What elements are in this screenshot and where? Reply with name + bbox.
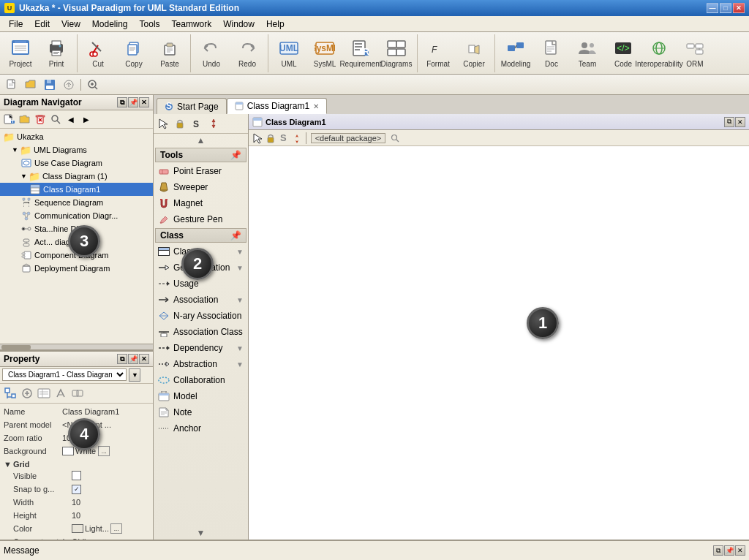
cut-button[interactable]: Cut — [80, 35, 116, 72]
menu-tools[interactable]: Tools — [134, 16, 166, 32]
tool-note[interactable]: Note — [154, 404, 248, 420]
tool-assoc-class[interactable]: Association Class — [154, 324, 248, 340]
uml-button[interactable]: UML UML — [271, 35, 306, 72]
tools-scroll-down[interactable]: ▼ — [154, 526, 248, 540]
menu-help[interactable]: Help — [260, 16, 290, 32]
modeling-button[interactable]: Modeling — [498, 35, 533, 72]
copy-button[interactable]: Copy — [116, 35, 151, 72]
snap-checkbox[interactable]: ✓ — [72, 485, 81, 494]
tools-section-header[interactable]: Tools 📌 — [155, 148, 246, 162]
orm-button[interactable]: ORM — [677, 35, 712, 72]
requirement-button[interactable]: R Requirement — [343, 35, 378, 72]
save-button[interactable] — [41, 76, 59, 94]
menu-teamwork[interactable]: Teamwork — [166, 16, 218, 32]
zoom-in-button[interactable] — [84, 76, 102, 94]
doc-button[interactable]: Doc — [534, 35, 569, 72]
print-button[interactable]: Print — [39, 35, 74, 72]
prop-btn-4[interactable] — [53, 385, 69, 401]
color-edit-btn[interactable]: ... — [110, 523, 122, 534]
tool-dependency[interactable]: Dependency ▼ — [154, 340, 248, 356]
breadcrumb-package[interactable]: <default package> — [311, 133, 386, 143]
tree-item-root[interactable]: 📁 Ukazka — [0, 130, 153, 143]
prop-btn-2[interactable] — [19, 385, 35, 401]
select-tool[interactable] — [155, 116, 171, 132]
nav-back[interactable]: ◀ — [64, 112, 78, 126]
diagram-nav-hscroll[interactable] — [0, 344, 153, 349]
tree-item-class-diagram1[interactable]: Class Diagram1 — [0, 183, 153, 196]
tab-class-diagram1[interactable]: Class Diagram1 ✕ — [227, 98, 327, 114]
tool-sweeper[interactable]: Sweeper — [154, 179, 248, 195]
tool-gesture-pen[interactable]: Gesture Pen — [154, 211, 248, 227]
menu-edit[interactable]: Edit — [29, 16, 56, 32]
message-close[interactable]: ✕ — [735, 545, 745, 556]
tools-section-pin[interactable]: 📌 — [230, 150, 241, 160]
property-pin[interactable]: 📌 — [128, 354, 138, 364]
nav-forward[interactable]: ▶ — [79, 112, 94, 126]
nav-open-diagram[interactable] — [18, 112, 32, 126]
nav-search[interactable] — [48, 112, 63, 126]
tree-item-class-folder[interactable]: ▼ 📁 Class Diagram (1) — [0, 170, 153, 183]
nav-delete-diagram[interactable] — [33, 112, 48, 126]
prop-btn-5[interactable] — [69, 385, 86, 401]
close-button[interactable]: ✕ — [733, 3, 745, 13]
tool-model[interactable]: Model — [154, 388, 248, 404]
copier-button[interactable]: Copier — [456, 35, 492, 72]
canvas-restore[interactable]: ⧉ — [724, 117, 734, 127]
move-tool[interactable] — [206, 116, 222, 132]
visible-checkbox[interactable] — [72, 471, 81, 480]
tool-point-eraser[interactable]: Point Eraser — [154, 163, 248, 179]
property-selector-dropdown[interactable]: Class Diagram1 - Class Diagram — [2, 368, 127, 381]
maximize-button[interactable]: □ — [720, 3, 731, 13]
tab-start-page[interactable]: S Start Page — [157, 98, 227, 114]
diagram-nav-restore[interactable]: ⧉ — [117, 97, 127, 107]
property-restore[interactable]: ⧉ — [117, 354, 127, 364]
prop-btn-3[interactable] — [36, 385, 52, 401]
tool-association[interactable]: Association ▼ — [154, 292, 248, 308]
grid-expand-icon[interactable]: ▼ — [4, 460, 12, 469]
canvas-content[interactable]: 1 — [249, 146, 749, 540]
new-button[interactable] — [3, 76, 20, 94]
minimize-button[interactable]: — — [707, 3, 718, 13]
background-edit-btn[interactable]: ... — [98, 446, 110, 456]
tool-nary-assoc[interactable]: N-ary Association — [154, 308, 248, 324]
tool-collaboration[interactable]: Collaboration — [154, 372, 248, 388]
paste-button[interactable]: Paste — [152, 35, 187, 72]
format-button[interactable]: F Format — [421, 35, 456, 72]
message-pin[interactable]: 📌 — [724, 545, 734, 556]
prop-btn-1[interactable] — [2, 385, 18, 401]
diagrams-button[interactable]: Diagrams — [379, 35, 414, 72]
tree-item-usecase[interactable]: Use Case Diagram — [0, 156, 153, 170]
property-dropdown-arrow[interactable]: ▼ — [129, 368, 140, 382]
property-close[interactable]: ✕ — [139, 354, 149, 364]
open-button[interactable] — [22, 76, 39, 94]
tools-scroll-up[interactable]: ▲ — [154, 134, 248, 147]
tree-item-uml-diagrams[interactable]: ▼ 📁 UML Diagrams — [0, 143, 153, 156]
lock-tool[interactable] — [172, 116, 188, 132]
menu-window[interactable]: Window — [217, 16, 260, 32]
nav-new-diagram[interactable]: + — [2, 112, 17, 126]
undo-button[interactable]: Undo — [194, 35, 229, 72]
tree-item-sequence[interactable]: Sequence Diagram — [0, 196, 153, 209]
team-button[interactable]: Team — [570, 35, 605, 72]
menu-modeling[interactable]: Modeling — [86, 16, 134, 32]
menu-file[interactable]: File — [3, 16, 29, 32]
tab-close-button[interactable]: ✕ — [313, 102, 319, 110]
sysml-button[interactable]: SysML SysML — [307, 35, 342, 72]
interop-button[interactable]: Interoperability — [641, 35, 677, 72]
redo-button[interactable]: Redo — [230, 35, 265, 72]
publish-button[interactable] — [60, 76, 78, 94]
project-button[interactable]: Project — [3, 35, 38, 72]
message-restore[interactable]: ⧉ — [713, 545, 723, 556]
tree-item-communication[interactable]: Communication Diagr... — [0, 209, 153, 222]
tool-anchor[interactable]: Anchor — [154, 420, 248, 436]
menu-view[interactable]: View — [56, 16, 86, 32]
class-section-header[interactable]: Class 📌 — [155, 228, 246, 243]
diagram-nav-pin[interactable]: 📌 — [128, 97, 138, 107]
tree-item-deployment[interactable]: Deployment Diagram — [0, 262, 153, 275]
canvas-close[interactable]: ✕ — [735, 117, 745, 127]
breadcrumb-search-icon[interactable] — [391, 134, 399, 143]
diagram-nav-close[interactable]: ✕ — [139, 97, 149, 107]
text-tool[interactable]: S — [189, 116, 205, 132]
tool-abstraction[interactable]: Abstraction ▼ — [154, 356, 248, 372]
class-section-pin[interactable]: 📌 — [230, 230, 241, 241]
